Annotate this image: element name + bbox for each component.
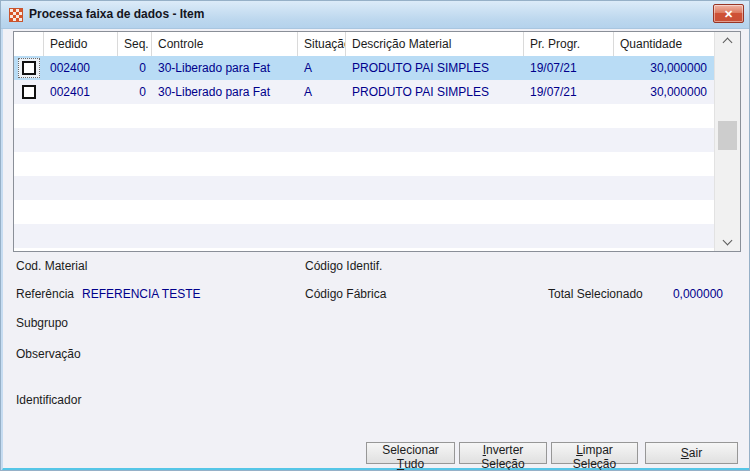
app-icon [9,8,23,22]
grid-empty-row [14,176,715,200]
codigo-identif-label: Código Identif. [305,259,382,273]
codigo-fabrica-label: Código Fábrica [305,287,386,301]
dialog-window: Processa faixa de dados - Item ✕ Pedido … [0,0,750,471]
chevron-up-icon [723,38,733,48]
cell-controle: 30-Liberado para Fat [152,80,298,104]
cell-pr-progr: 19/07/21 [524,56,614,80]
items-grid: Pedido Seq. Controle Situação Descrição … [13,31,741,252]
header-pr-progr[interactable]: Pr. Progr. [524,32,614,56]
scrollbar-thumb[interactable] [718,121,737,150]
header-controle[interactable]: Controle [152,32,298,56]
subgrupo-label: Subgrupo [16,316,68,330]
close-button[interactable]: ✕ [713,4,744,23]
cod-material-label: Cod. Material [16,259,87,273]
row-checkbox-focus [18,58,40,78]
grid-empty-row [14,224,715,248]
header-descricao[interactable]: Descrição Material [346,32,524,56]
referencia-value: REFERENCIA TESTE [82,287,200,301]
select-all-button[interactable]: Selecionar Tudo [366,442,455,464]
scrollbar-track[interactable] [715,49,740,234]
clear-selection-button[interactable]: Limpar Seleção [551,442,638,464]
table-row[interactable]: 002400 0 30-Liberado para Fat A PRODUTO … [14,56,715,80]
invert-selection-button[interactable]: Inverter Seleção [459,442,547,464]
grid-empty-row [14,152,715,176]
observacao-label: Observação [16,347,81,361]
cell-situacao: A [298,56,346,80]
window-title: Processa faixa de dados - Item [29,1,204,28]
exit-button[interactable]: Sair [645,442,738,464]
row-checkbox[interactable] [22,85,36,99]
header-situacao[interactable]: Situação [298,32,346,56]
grid-empty-row [14,128,715,152]
referencia-label: Referência [16,287,74,301]
cell-quantidade: 30,000000 [614,80,715,104]
cell-pr-progr: 19/07/21 [524,80,614,104]
cell-quantidade: 30,000000 [614,56,715,80]
scroll-up-button[interactable] [715,32,740,49]
table-row[interactable]: 002401 0 30-Liberado para Fat A PRODUTO … [14,80,715,104]
close-icon: ✕ [724,8,733,20]
identificador-label: Identificador [16,393,81,407]
scroll-down-button[interactable] [715,234,740,251]
cell-descricao: PRODUTO PAI SIMPLES [346,80,524,104]
grid-header-row: Pedido Seq. Controle Situação Descrição … [14,32,715,56]
cell-seq: 0 [118,80,152,104]
total-selecionado-value: 0,000000 [621,287,723,301]
cell-pedido: 002401 [44,80,118,104]
cell-controle: 30-Liberado para Fat [152,56,298,80]
cell-pedido: 002400 [44,56,118,80]
cell-descricao: PRODUTO PAI SIMPLES [346,56,524,80]
dialog-body: Pedido Seq. Controle Situação Descrição … [1,29,750,471]
header-checkbox[interactable] [14,32,44,56]
grid-empty-row [14,104,715,128]
grid-empty-row [14,200,715,224]
titlebar[interactable]: Processa faixa de dados - Item ✕ [1,1,749,29]
header-pedido[interactable]: Pedido [44,32,118,56]
row-checkbox[interactable] [22,61,36,75]
header-quantidade[interactable]: Quantidade [614,32,715,56]
chevron-down-icon [723,236,733,246]
header-seq[interactable]: Seq. [118,32,152,56]
grid-scrollbar[interactable] [714,32,740,251]
cell-seq: 0 [118,56,152,80]
cell-situacao: A [298,80,346,104]
